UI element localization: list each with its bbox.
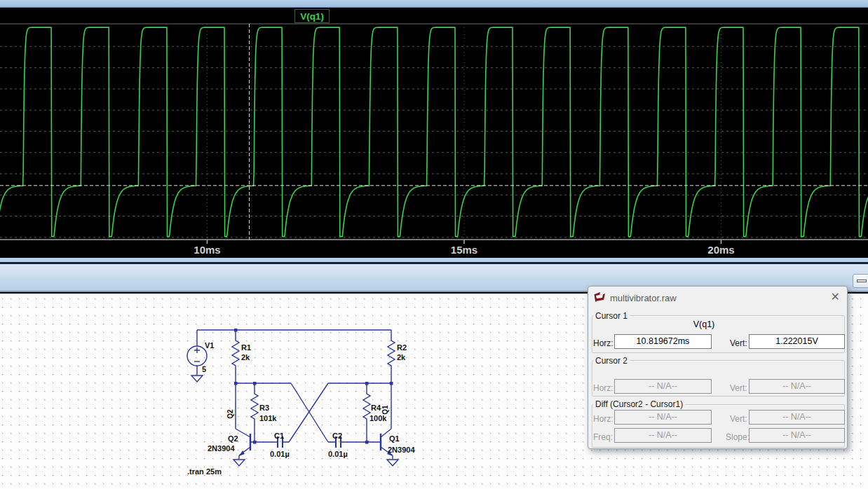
cursor-dialog[interactable]: multivibrator.raw ✕ Cursor 1 V(q1) Horz:… [588, 286, 848, 449]
c2-name[interactable]: C2 [332, 432, 342, 440]
net-label-q1[interactable]: Q1 [381, 405, 389, 415]
q2-name[interactable]: Q2 [228, 434, 238, 443]
minimize-button[interactable] [853, 274, 868, 288]
cursor1-horz-label: Horz: [593, 338, 613, 348]
x-tick-label-15ms: 15ms [451, 244, 477, 256]
cursor2-vert-label: Vert: [730, 383, 747, 393]
grid-lines [0, 24, 868, 240]
r1-name[interactable]: R1 [241, 343, 251, 352]
diff-vert-label: Vert: [730, 414, 747, 424]
diff-freq-label: Freq: [593, 432, 613, 442]
axis [0, 24, 868, 244]
r4-value[interactable]: 100k [369, 414, 387, 422]
diff-vert-field[interactable]: -- N/A-- [749, 410, 845, 425]
cursor1-vert-label: Vert: [730, 338, 747, 348]
x-tick-labels: 10ms 15ms 20ms [194, 244, 734, 256]
r2-value[interactable]: 2k [397, 353, 406, 361]
ltspice-logo-icon [594, 291, 606, 303]
main-title-bar [0, 0, 868, 8]
q1-value[interactable]: 2N3904 [388, 446, 415, 454]
cursor1-signal: V(q1) [672, 319, 735, 329]
cursor-crosshair[interactable] [0, 24, 868, 240]
ltspice-app: V(q1) 10ms 15ms 20ms [0, 0, 868, 489]
x-tick-label-20ms: 20ms [707, 244, 734, 256]
diff-slope-label: Slope: [726, 432, 750, 442]
cursor2-vert-field[interactable]: -- N/A-- [749, 379, 845, 394]
waveform-viewer: V(q1) 10ms 15ms 20ms [0, 8, 868, 258]
c1-value[interactable]: 0.01µ [270, 450, 290, 458]
cursor2-horz-field[interactable]: -- N/A-- [614, 379, 712, 394]
c1-name[interactable]: C1 [274, 432, 284, 440]
diff-legend: Diff (Cursor2 - Cursor1) [593, 399, 685, 409]
trace-label-box[interactable]: V(q1) [295, 10, 330, 23]
waveform-trace[interactable] [0, 27, 868, 237]
minimize-icon [857, 280, 867, 282]
diff-horz-field[interactable]: -- N/A-- [614, 410, 712, 425]
trace-label[interactable]: V(q1) [300, 11, 324, 22]
q1-name[interactable]: Q1 [389, 434, 400, 443]
diff-horz-label: Horz: [593, 414, 613, 424]
trace-layer [0, 27, 868, 237]
r3-name[interactable]: R3 [259, 404, 269, 412]
v1-value[interactable]: 5 [202, 365, 206, 373]
r4-name[interactable]: R4 [371, 404, 381, 412]
v1-name[interactable]: V1 [205, 341, 214, 350]
diff-freq-field[interactable]: -- N/A-- [614, 428, 712, 443]
net-label-q2[interactable]: Q2 [226, 409, 234, 419]
dialog-title[interactable]: multivibrator.raw [610, 293, 677, 303]
diff-slope-field[interactable]: -- N/A-- [749, 428, 845, 443]
cursor2-legend: Cursor 2 [593, 356, 630, 366]
cursor1-vert-field[interactable]: 1.222015V [749, 334, 845, 349]
cursor1-legend: Cursor 1 [593, 311, 630, 321]
cursor1-horz-field[interactable]: 10.819672ms [614, 334, 712, 349]
cursor2-horz-label: Horz: [593, 383, 613, 393]
r2-name[interactable]: R2 [397, 343, 407, 352]
spice-directive[interactable]: .tran 25m [187, 467, 222, 476]
r3-value[interactable]: 101k [259, 414, 277, 422]
c2-value[interactable]: 0.01µ [328, 450, 348, 458]
plot-area[interactable]: V(q1) 10ms 15ms 20ms [0, 8, 868, 258]
x-tick-label-10ms: 10ms [194, 244, 220, 256]
q2-value[interactable]: 2N3904 [208, 444, 235, 453]
r1-value[interactable]: 2k [241, 353, 250, 361]
close-icon[interactable]: ✕ [831, 290, 840, 303]
